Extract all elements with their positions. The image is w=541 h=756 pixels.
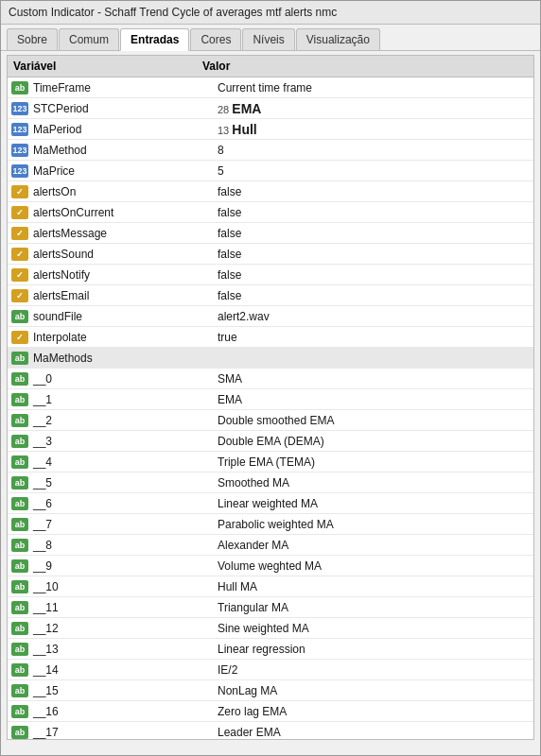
variable-name: alertsOnCurrent	[33, 206, 218, 219]
variable-name: __17	[33, 726, 218, 739]
table-row[interactable]: 123STCPeriod28 EMA	[8, 98, 533, 119]
type-badge: ✓	[11, 331, 28, 344]
variable-value: Leader EMA	[218, 726, 530, 739]
table-row[interactable]: ab__5Smoothed MA	[8, 472, 533, 493]
window-title: Custom Indicator - Schaff Trend Cycle of…	[9, 6, 337, 19]
type-badge: 123	[11, 123, 28, 136]
table-row[interactable]: ✓alertsOnCurrentfalse	[8, 202, 533, 223]
tab-entradas[interactable]: Entradas	[120, 28, 189, 51]
table-row[interactable]: ab__16Zero lag EMA	[8, 701, 533, 722]
table-row[interactable]: abMaMethods	[8, 348, 533, 369]
table-row[interactable]: 123MaPrice5	[8, 161, 533, 181]
variable-name: __3	[33, 435, 218, 448]
variable-name: __6	[33, 497, 218, 510]
table-row[interactable]: ab__11Triangular MA	[8, 597, 533, 618]
variable-name: __1	[33, 393, 218, 406]
variable-name: __9	[33, 559, 218, 573]
type-badge: ab	[11, 414, 28, 427]
variable-value: Zero lag EMA	[218, 705, 530, 718]
variable-value: Alexander MA	[218, 539, 530, 552]
type-badge: ab	[11, 580, 28, 593]
col-value-header: Valor	[202, 60, 528, 73]
variable-name: __15	[33, 684, 218, 697]
type-badge: ab	[11, 622, 28, 635]
variable-name: __13	[33, 643, 218, 656]
type-badge: ab	[11, 372, 28, 386]
variable-name: alertsOn	[33, 185, 218, 198]
table-row[interactable]: ab__8Alexander MA	[8, 535, 533, 556]
tab-comum[interactable]: Comum	[59, 28, 119, 50]
type-badge: ab	[11, 726, 28, 739]
col-variable-header: Variável	[13, 60, 202, 73]
type-badge: ab	[11, 352, 28, 365]
variable-value: Sine weighted MA	[218, 622, 530, 635]
variable-name: soundFile	[33, 310, 218, 323]
variable-value: false	[218, 227, 530, 240]
table-row[interactable]: ab__0SMA	[8, 369, 533, 389]
table-row[interactable]: ab__9Volume weghted MA	[8, 556, 533, 576]
variable-name: TimeFrame	[33, 81, 218, 94]
type-badge: ab	[11, 559, 28, 573]
variable-value: EMA	[218, 393, 530, 406]
table-row[interactable]: ab__6Linear weighted MA	[8, 493, 533, 514]
main-content: Variável Valor abTimeFrameCurrent time f…	[7, 55, 534, 740]
type-badge: ab	[11, 455, 28, 469]
variable-name: __10	[33, 580, 218, 593]
table-row[interactable]: ✓alertsMessagefalse	[8, 223, 533, 244]
variable-value: false	[218, 248, 530, 261]
table-row[interactable]: ab__7Parabolic weighted MA	[8, 514, 533, 535]
variable-name: STCPeriod	[33, 102, 218, 115]
table-row[interactable]: ab__15NonLag MA	[8, 680, 533, 701]
type-badge: ab	[11, 81, 28, 94]
table-row[interactable]: 123MaPeriod13 Hull	[8, 119, 533, 140]
tab-visualiza--o[interactable]: Visualização	[296, 28, 380, 50]
type-badge: ✓	[11, 248, 28, 261]
table-row[interactable]: ✓alertsEmailfalse	[8, 285, 533, 306]
type-badge: ab	[11, 393, 28, 406]
table-row[interactable]: absoundFilealert2.wav	[8, 306, 533, 327]
variable-value: Volume weghted MA	[218, 559, 530, 573]
table-row[interactable]: ✓alertsOnfalse	[8, 181, 533, 202]
variable-name: __5	[33, 476, 218, 490]
table-row[interactable]: ab__1EMA	[8, 389, 533, 410]
table-scroll-area[interactable]: abTimeFrameCurrent time frame123STCPerio…	[8, 77, 533, 739]
variable-value: 28 EMA	[218, 101, 530, 116]
variable-value: Linear weighted MA	[218, 497, 530, 510]
variable-name: __0	[33, 372, 218, 386]
variable-value: Double EMA (DEMA)	[218, 435, 530, 448]
variable-value: false	[218, 185, 530, 198]
type-badge: ab	[11, 663, 28, 677]
type-badge: ab	[11, 518, 28, 531]
variable-name: alertsEmail	[33, 289, 218, 302]
type-badge: ab	[11, 643, 28, 656]
table-row[interactable]: ✓alertsSoundfalse	[8, 244, 533, 265]
type-badge: ab	[11, 435, 28, 448]
table-row[interactable]: ab__2Double smoothed EMA	[8, 410, 533, 431]
table-row[interactable]: ab__14IE/2	[8, 660, 533, 680]
table-row[interactable]: ab__13Linear regression	[8, 639, 533, 660]
tab-n-veis[interactable]: Níveis	[242, 28, 294, 50]
type-badge: 123	[11, 164, 28, 178]
type-badge: 123	[11, 102, 28, 115]
tab-sobre[interactable]: Sobre	[7, 28, 58, 50]
table-row[interactable]: ab__4Triple EMA (TEMA)	[8, 452, 533, 472]
table-row[interactable]: ab__10Hull MA	[8, 576, 533, 597]
table-row[interactable]: 123MaMethod8	[8, 140, 533, 161]
table-header: Variável Valor	[8, 56, 533, 77]
variable-name: __11	[33, 601, 218, 614]
variable-name: __7	[33, 518, 218, 531]
type-badge: ✓	[11, 268, 28, 282]
type-badge: ab	[11, 310, 28, 323]
type-badge: ✓	[11, 185, 28, 198]
table-row[interactable]: ✓Interpolatetrue	[8, 327, 533, 348]
variable-value: false	[218, 289, 530, 302]
tab-cores[interactable]: Cores	[190, 28, 241, 50]
variable-value: alert2.wav	[218, 310, 530, 323]
variable-name: alertsMessage	[33, 227, 218, 240]
table-row[interactable]: ab__17Leader EMA	[8, 722, 533, 739]
table-row[interactable]: abTimeFrameCurrent time frame	[8, 77, 533, 98]
table-row[interactable]: ab__12Sine weighted MA	[8, 618, 533, 639]
table-row[interactable]: ✓alertsNotifyfalse	[8, 265, 533, 285]
table-row[interactable]: ab__3Double EMA (DEMA)	[8, 431, 533, 452]
variable-value: 5	[218, 164, 530, 178]
